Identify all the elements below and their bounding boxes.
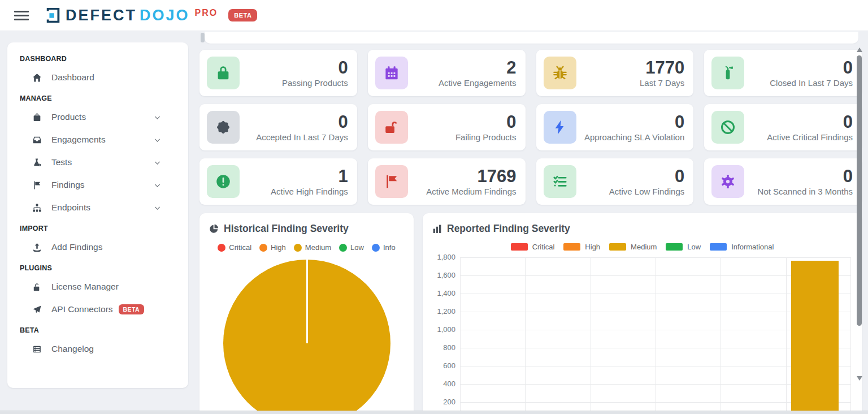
app-logo[interactable]: DEFECT DOJO PRO BETA [45,7,257,24]
sidebar-item-label: Dashboard [51,72,94,83]
changelog-icon [32,344,42,354]
sidebar-item-findings[interactable]: Findings [7,174,188,196]
bag-icon [32,113,42,122]
metric-card-closed-last-7-days[interactable]: 0 Closed In Last 7 Days [704,50,862,96]
sidebar-item-products[interactable]: Products [7,106,188,128]
y-tick-1800: 1,800 [425,253,455,261]
defectdojo-logo-icon [45,7,62,24]
chevron-down-icon [154,182,161,189]
sidebar-item-endpoints[interactable]: Endpoints [7,196,188,219]
lock-icon [207,57,240,89]
top-header: DEFECT DOJO PRO BETA [0,0,868,31]
inbox-icon [32,135,42,145]
scrollbar-down-arrow[interactable] [857,376,862,381]
metric-card-active-engagements[interactable]: 2 Active Engagements [368,50,526,96]
critical-swatch-icon [511,243,528,251]
chevron-down-icon [154,159,161,166]
sidebar-item-engagements[interactable]: Engagements [7,128,188,151]
calendar-icon [375,57,408,89]
metrics-grid: 0 Passing Products 2 Active Engagements … [199,50,862,205]
sidebar-section-import: IMPORT [7,219,188,236]
bar-legend: Critical High Medium Low Informational [423,243,862,251]
sidebar-item-tests[interactable]: Tests [7,151,188,174]
scrollbar-up-arrow[interactable] [857,48,862,52]
critical-dot-icon [218,244,225,252]
high-dot-icon [259,244,267,252]
metric-card-active-critical-findings[interactable]: 0 Active Critical Findings [704,104,862,150]
legend-item-high[interactable]: High [563,243,600,251]
y-tick-600: 600 [425,361,455,370]
scrollbar-thumb[interactable] [857,55,862,326]
info-dot-icon [372,244,380,252]
legend-item-low[interactable]: Low [339,243,364,252]
sidebar-item-add-findings[interactable]: Add Findings [7,236,188,258]
metric-value: 0 [408,113,517,132]
gear-icon [711,165,744,198]
medium-swatch-icon [609,243,626,251]
sidebar-item-label: Changelog [51,344,94,354]
legend-item-info[interactable]: Info [372,243,396,252]
metric-value: 2 [408,58,517,77]
brand-word-dojo: DOJO [140,8,190,23]
hamburger-menu-icon[interactable] [14,11,29,20]
metric-value: 0 [240,58,348,77]
paper-plane-icon [32,305,42,314]
sidebar-item-label: Engagements [51,135,106,145]
bar-chart-icon [432,224,442,234]
sidebar-item-dashboard[interactable]: Dashboard [7,66,188,89]
legend-item-medium[interactable]: Medium [609,243,657,251]
bug-icon [544,57,576,89]
metric-label: Active Medium Findings [408,187,517,196]
metric-card-failing-products[interactable]: 0 Failing Products [368,104,526,150]
home-icon [32,73,42,83]
sidebar-item-license-manager[interactable]: License Manager [7,275,188,298]
sidebar-scrollbar[interactable] [856,48,862,385]
metric-card-active-high-findings[interactable]: 1 Active High Findings [199,158,357,205]
sidebar: DASHBOARD Dashboard MANAGE Products Enga… [7,42,188,388]
metric-value: 0 [744,58,853,77]
legend-item-critical[interactable]: Critical [218,243,251,252]
beta-badge: BETA [119,304,144,314]
legend-item-low[interactable]: Low [666,243,701,251]
metric-value: 0 [744,167,853,186]
sidebar-item-label: License Manager [51,282,119,292]
metric-card-not-scanned-3-months[interactable]: 0 Not Scanned in 3 Months [704,158,862,205]
pie-chart-icon [209,224,219,234]
window-bottom-edge [0,411,868,414]
sidebar-item-api-connectors[interactable]: API Connectors BETA [7,298,188,321]
sidebar-item-label: Tests [51,157,72,167]
metric-card-passing-products[interactable]: 0 Passing Products [199,50,357,96]
sidebar-item-changelog[interactable]: Changelog [7,338,188,360]
metric-card-active-medium-findings[interactable]: 1769 Active Medium Findings [368,158,526,205]
metric-label: Passing Products [240,78,348,88]
sidebar-item-label: Add Findings [51,242,102,252]
fire-extinguisher-icon [711,57,744,89]
metric-value: 0 [744,113,853,132]
legend-item-informational[interactable]: Informational [710,243,774,251]
upload-icon [32,243,42,252]
flask-gear-icon [32,158,42,167]
metric-label: Approaching SLA Violation [576,132,685,142]
unlock-icon [375,111,408,144]
burst-icon [207,111,240,144]
metric-value: 0 [576,113,685,132]
legend-item-critical[interactable]: Critical [511,243,555,251]
brand-word-defect: DEFECT [66,8,137,23]
legend-item-high[interactable]: High [259,243,286,252]
metric-card-accepted-last-7-days[interactable]: 0 Accepted In Last 7 Days [199,104,357,150]
legend-item-medium[interactable]: Medium [294,243,331,252]
charts-row: Historical Finding Severity Critical Hig… [199,213,862,411]
main-scrollbar-fragment[interactable] [201,33,205,42]
metric-card-last-7-days[interactable]: 1770 Last 7 Days [536,50,694,96]
bar-chart-plot-area [460,257,851,411]
low-swatch-icon [666,243,683,251]
chart-title-text: Reported Finding Severity [447,223,570,235]
metric-label: Closed In Last 7 Days [744,78,853,88]
sidebar-item-label: Endpoints [51,202,90,213]
metric-card-active-low-findings[interactable]: 0 Active Low Findings [536,158,694,205]
metric-label: Active Low Findings [576,187,685,196]
metric-value: 1 [240,167,348,186]
metric-label: Failing Products [408,132,517,142]
metric-card-approaching-sla-violation[interactable]: 0 Approaching SLA Violation [536,104,694,150]
low-dot-icon [339,244,347,252]
